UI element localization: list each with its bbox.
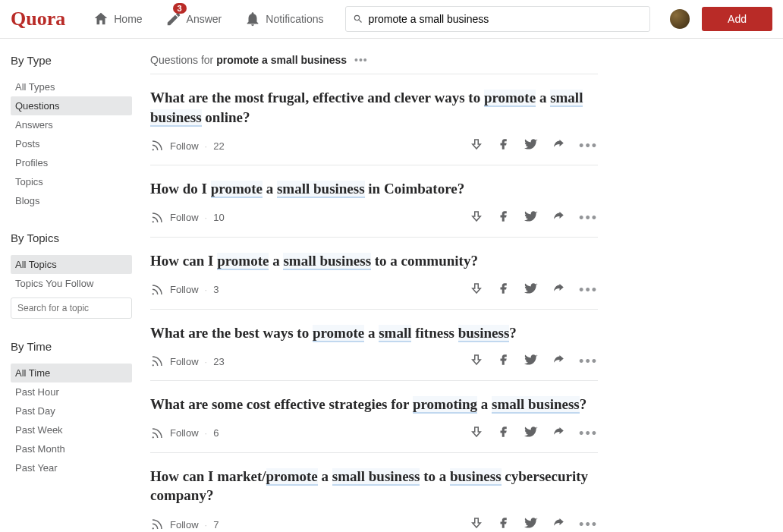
bell-icon [244, 11, 261, 27]
follow-button[interactable]: Follow·7 [150, 518, 219, 531]
follow-count: 6 [213, 427, 219, 439]
share-group: ••• [470, 353, 598, 370]
downvote-button[interactable] [470, 137, 483, 154]
sidebar-item[interactable]: Answers [11, 115, 132, 134]
sidebar-item[interactable]: All Topics [11, 255, 132, 274]
sidebar-item[interactable]: Past Day [11, 401, 132, 420]
sidebar-item[interactable]: Topics [11, 172, 132, 191]
main-content: Questions for promote a small business •… [150, 54, 598, 532]
follow-count: 23 [213, 356, 224, 367]
twitter-share[interactable] [524, 516, 538, 532]
downvote-button[interactable] [470, 282, 483, 298]
sidebar-item[interactable]: Past Hour [11, 382, 132, 401]
by-topics-title: By Topics [11, 231, 132, 244]
sidebar-item[interactable]: Past Year [11, 458, 132, 477]
nav-notifications[interactable]: Notifications [235, 6, 332, 32]
question-actions: Follow·3••• [150, 282, 598, 298]
sidebar-item[interactable]: Profiles [11, 153, 132, 172]
question-title[interactable]: How do I promote a small business in Coi… [150, 179, 598, 199]
follow-label: Follow [170, 284, 199, 295]
twitter-share[interactable] [524, 209, 538, 226]
sidebar-item[interactable]: Past Week [11, 420, 132, 439]
header: Quora Home Answer 3 Notifications Add [0, 0, 783, 39]
logo[interactable]: Quora [11, 8, 65, 30]
twitter-share[interactable] [524, 353, 538, 370]
follow-button[interactable]: Follow·23 [150, 354, 225, 368]
question-actions: Follow·6••• [150, 425, 598, 442]
question-actions: Follow·10••• [150, 209, 598, 226]
downvote-button[interactable] [470, 516, 483, 532]
avatar[interactable] [670, 9, 690, 29]
rss-icon [150, 518, 164, 531]
question-title[interactable]: How can I promote a small business to a … [150, 251, 598, 271]
sidebar-item[interactable]: Questions [11, 96, 132, 115]
more-icon[interactable]: ••• [579, 518, 598, 531]
question: How can I market/promote a small busines… [150, 467, 598, 532]
facebook-share[interactable] [497, 282, 511, 298]
rss-icon [150, 139, 164, 153]
share-button[interactable] [552, 353, 565, 370]
sidebar-item[interactable]: Topics You Follow [11, 274, 132, 293]
question-title[interactable]: What are the most frugal, effective and … [150, 88, 598, 127]
follow-button[interactable]: Follow·22 [150, 139, 225, 153]
filter-by-time: By Time All TimePast HourPast DayPast We… [11, 340, 132, 477]
facebook-share[interactable] [497, 137, 511, 154]
twitter-share[interactable] [524, 282, 538, 298]
more-icon[interactable]: ••• [579, 427, 598, 440]
sidebar-item[interactable]: Posts [11, 134, 132, 153]
follow-button[interactable]: Follow·10 [150, 211, 225, 225]
filter-by-type: By Type All TypesQuestionsAnswersPostsPr… [11, 54, 132, 210]
sidebar-item[interactable]: Blogs [11, 191, 132, 210]
add-button[interactable]: Add [702, 7, 772, 31]
follow-button[interactable]: Follow·6 [150, 427, 219, 440]
question: How do I promote a small business in Coi… [150, 179, 598, 238]
rss-icon [150, 354, 164, 368]
sidebar-item[interactable]: All Time [11, 364, 132, 382]
share-button[interactable] [552, 282, 565, 298]
nav-home[interactable]: Home [83, 6, 151, 32]
downvote-button[interactable] [470, 425, 483, 442]
topic-search-input[interactable] [11, 297, 132, 319]
search-input[interactable] [345, 6, 651, 32]
svg-point-4 [153, 436, 154, 438]
share-button[interactable] [552, 516, 565, 532]
share-group: ••• [470, 137, 598, 154]
question-title[interactable]: How can I market/promote a small busines… [150, 467, 598, 505]
twitter-share[interactable] [524, 425, 538, 442]
by-type-title: By Type [11, 54, 132, 67]
downvote-button[interactable] [470, 353, 483, 370]
filter-by-topics: By Topics All TopicsTopics You Follow [11, 231, 132, 319]
twitter-share[interactable] [524, 137, 538, 154]
facebook-share[interactable] [497, 353, 511, 370]
sidebar-item[interactable]: All Types [11, 77, 132, 96]
follow-label: Follow [170, 212, 199, 223]
more-icon[interactable]: ••• [579, 354, 598, 368]
question-title[interactable]: What are some cost effective strategies … [150, 395, 598, 414]
sidebar-item[interactable]: Past Month [11, 439, 132, 458]
follow-count: 22 [213, 140, 224, 152]
nav-answer-label: Answer [187, 13, 222, 25]
question-actions: Follow·7••• [150, 516, 598, 532]
facebook-share[interactable] [497, 516, 511, 532]
facebook-share[interactable] [497, 209, 511, 226]
share-button[interactable] [552, 137, 565, 154]
results-query: promote a small business [216, 54, 347, 66]
downvote-button[interactable] [470, 209, 483, 226]
question: What are the best ways to promote a smal… [150, 323, 598, 382]
follow-button[interactable]: Follow·3 [150, 283, 219, 297]
question-title[interactable]: What are the best ways to promote a smal… [150, 323, 598, 343]
share-button[interactable] [552, 209, 565, 226]
rss-icon [150, 211, 164, 225]
follow-count: 3 [213, 284, 219, 295]
more-icon[interactable]: ••• [579, 139, 598, 153]
question: What are some cost effective strategies … [150, 395, 598, 453]
follow-label: Follow [170, 427, 199, 439]
follow-label: Follow [170, 519, 199, 530]
more-icon[interactable]: ••• [579, 283, 598, 297]
share-button[interactable] [552, 425, 565, 442]
question-actions: Follow·22••• [150, 137, 598, 154]
header-more-icon[interactable]: ••• [354, 54, 368, 66]
facebook-share[interactable] [497, 425, 511, 442]
more-icon[interactable]: ••• [579, 211, 598, 225]
nav-answer[interactable]: Answer 3 [156, 6, 231, 32]
